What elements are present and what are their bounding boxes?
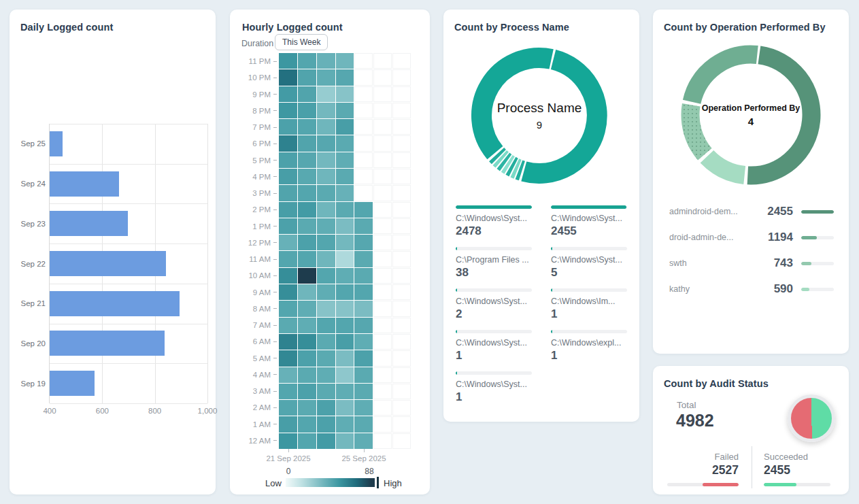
heatmap-cell[interactable] <box>317 53 335 69</box>
heatmap-cell[interactable] <box>336 268 354 284</box>
heatmap-cell[interactable] <box>354 268 373 284</box>
heatmap-cell[interactable] <box>317 86 335 102</box>
donut-slice[interactable] <box>503 161 506 163</box>
heatmap-cell[interactable] <box>317 367 335 383</box>
heatmap-cell[interactable] <box>317 334 335 350</box>
process-legend-item[interactable]: C:\Windows\Syst...1 <box>456 371 532 404</box>
heatmap-cell[interactable] <box>336 251 354 267</box>
heatmap-cell[interactable] <box>354 202 373 218</box>
heatmap-cell[interactable] <box>354 350 373 366</box>
audit-status-pie-chart[interactable] <box>788 394 835 442</box>
heatmap-cell[interactable] <box>298 433 316 449</box>
heatmap-cell[interactable] <box>279 202 297 218</box>
heatmap-cell[interactable] <box>298 416 316 432</box>
heatmap-cell[interactable] <box>317 119 335 135</box>
heatmap-cell[interactable] <box>354 400 373 416</box>
duration-this-week-button[interactable]: This Week <box>275 34 328 50</box>
operation-legend-item[interactable]: kathy590 <box>669 276 834 302</box>
bar-sep-20[interactable] <box>50 331 165 356</box>
heatmap-cell[interactable] <box>279 152 297 168</box>
heatmap-cell[interactable] <box>354 301 373 316</box>
bar-sep-25[interactable] <box>50 131 63 156</box>
heatmap-cell[interactable] <box>279 268 297 284</box>
heatmap-cell[interactable] <box>279 185 297 201</box>
heatmap-cell[interactable] <box>298 400 316 416</box>
heatmap-cell[interactable] <box>336 169 354 184</box>
heatmap-cell[interactable] <box>317 384 335 399</box>
heatmap-cell[interactable] <box>317 169 335 184</box>
heatmap-cell[interactable] <box>317 433 335 449</box>
heatmap-cell[interactable] <box>336 400 354 416</box>
heatmap-cell[interactable] <box>279 169 297 184</box>
heatmap-cell[interactable] <box>336 334 354 350</box>
heatmap-cell[interactable] <box>354 384 373 399</box>
process-legend-item[interactable]: C:\Windows\Syst...2455 <box>551 205 627 238</box>
heatmap-cell[interactable] <box>336 69 354 85</box>
heatmap-cell[interactable] <box>354 218 373 234</box>
heatmap-cell[interactable] <box>279 334 297 350</box>
bar-sep-19[interactable] <box>50 371 95 396</box>
donut-slice[interactable] <box>500 158 503 160</box>
heatmap-cell[interactable] <box>279 433 297 449</box>
operation-legend-item[interactable]: swth743 <box>669 250 834 276</box>
heatmap-cell[interactable] <box>298 235 316 250</box>
heatmap-cell[interactable] <box>354 367 373 383</box>
heatmap-cell[interactable] <box>336 86 354 102</box>
process-legend-item[interactable]: C:\Windows\expl...1 <box>551 330 627 363</box>
heatmap-cell[interactable] <box>298 284 316 300</box>
donut-slice[interactable] <box>515 168 518 169</box>
heatmap-cell[interactable] <box>354 416 373 432</box>
heatmap-cell[interactable] <box>354 284 373 300</box>
heatmap-cell[interactable] <box>317 103 335 118</box>
donut-slice[interactable] <box>496 154 499 156</box>
process-legend-item[interactable]: C:\Windows\Im...1 <box>551 288 627 321</box>
heatmap-cell[interactable] <box>336 119 354 135</box>
heatmap-cell[interactable] <box>336 152 354 168</box>
heatmap-cell[interactable] <box>298 367 316 383</box>
heatmap-cell[interactable] <box>279 69 297 85</box>
heatmap-cell[interactable] <box>279 53 297 69</box>
heatmap-cell[interactable] <box>317 152 335 168</box>
heatmap-cell[interactable] <box>336 318 354 333</box>
heatmap-cell[interactable] <box>317 416 335 432</box>
heatmap-cell[interactable] <box>336 367 354 383</box>
heatmap-cell[interactable] <box>279 135 297 151</box>
heatmap-cell[interactable] <box>279 251 297 267</box>
heatmap-cell[interactable] <box>354 433 373 449</box>
heatmap-cell[interactable] <box>336 235 354 250</box>
heatmap-cell[interactable] <box>298 334 316 350</box>
heatmap-cell[interactable] <box>298 152 316 168</box>
heatmap-cell[interactable] <box>354 235 373 250</box>
donut-slice[interactable] <box>692 54 757 102</box>
heatmap-cell[interactable] <box>279 86 297 102</box>
bar-sep-21[interactable] <box>50 291 180 316</box>
heatmap-cell[interactable] <box>336 135 354 151</box>
heatmap-cell[interactable] <box>298 384 316 399</box>
heatmap-cell[interactable] <box>354 251 373 267</box>
heatmap-cell[interactable] <box>279 350 297 366</box>
process-legend-item[interactable]: C:\Windows\Syst...2 <box>456 288 532 321</box>
heatmap-cell[interactable] <box>317 301 335 316</box>
process-legend-item[interactable]: C:\Program Files ...38 <box>456 247 532 280</box>
heatmap-cell[interactable] <box>279 284 297 300</box>
heatmap-cell[interactable] <box>279 235 297 250</box>
heatmap-cell[interactable] <box>279 218 297 234</box>
heatmap-cell[interactable] <box>298 301 316 316</box>
heatmap-cell[interactable] <box>279 318 297 333</box>
heatmap-cell[interactable] <box>317 218 335 234</box>
heatmap-cell[interactable] <box>298 169 316 184</box>
heatmap-cell[interactable] <box>336 103 354 118</box>
heatmap-cell[interactable] <box>298 135 316 151</box>
heatmap-cell[interactable] <box>298 350 316 366</box>
heatmap-cell[interactable] <box>317 268 335 284</box>
heatmap-cell[interactable] <box>317 202 335 218</box>
heatmap-cell[interactable] <box>298 318 316 333</box>
heatmap-cell[interactable] <box>336 301 354 316</box>
heatmap-cell[interactable] <box>317 69 335 85</box>
heatmap-cell[interactable] <box>298 202 316 218</box>
heatmap-cell[interactable] <box>279 384 297 399</box>
heatmap-cell[interactable] <box>298 251 316 267</box>
heatmap-cell[interactable] <box>336 185 354 201</box>
heatmap-cell[interactable] <box>279 103 297 118</box>
bar-sep-23[interactable] <box>50 211 128 236</box>
